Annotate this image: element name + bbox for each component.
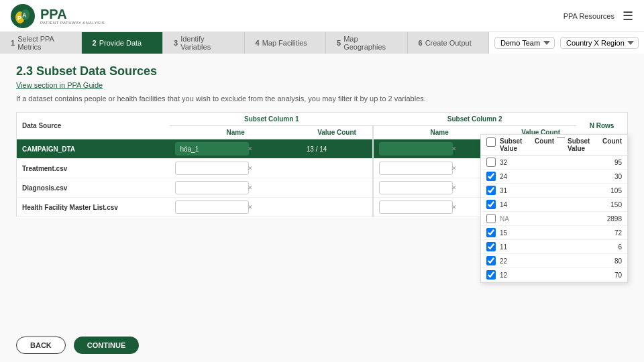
cell-source: Treatment.csv bbox=[17, 159, 170, 178]
overlay-row-check[interactable] bbox=[486, 214, 496, 223]
app-header: P A PPA PATIENT PATHWAY ANALYSIS PPA Res… bbox=[0, 0, 644, 32]
overlay-row-value: 32 bbox=[500, 159, 595, 166]
col-datasource-header: Data Source bbox=[17, 113, 170, 139]
name2-clear-icon[interactable]: ✕ bbox=[451, 184, 457, 191]
menu-icon[interactable]: ☰ bbox=[623, 9, 633, 23]
page-description: If a dataset contains people or health f… bbox=[16, 95, 628, 103]
continue-button[interactable]: CONTINUE bbox=[74, 337, 139, 354]
overlay-row-count: 150 bbox=[595, 201, 622, 208]
name2-input-wrapper: ✕ bbox=[379, 142, 460, 156]
col1-header: Subset Column 1 bbox=[170, 113, 373, 126]
overlay-row-value: 22 bbox=[500, 257, 595, 265]
step-4-num: 4 bbox=[256, 39, 260, 47]
overlay-header: Subset Value Count Subset Value Count bbox=[481, 135, 627, 156]
name1-input[interactable] bbox=[175, 181, 249, 194]
logo-icon: P A bbox=[11, 4, 35, 28]
overlay-row[interactable]: 12 70 bbox=[481, 268, 627, 282]
overlay-row-check[interactable] bbox=[486, 186, 496, 195]
name2-input[interactable] bbox=[379, 142, 453, 156]
col-name1-header: Name bbox=[170, 126, 301, 139]
step-3[interactable]: 3 Identify Variables bbox=[163, 32, 245, 54]
name2-input-wrapper: ✕ bbox=[379, 181, 460, 194]
step-5[interactable]: 5 Map Geographies bbox=[326, 32, 408, 54]
overlay-row-value: 14 bbox=[500, 201, 595, 208]
svg-text:A: A bbox=[22, 12, 27, 19]
name1-clear-icon[interactable]: ✕ bbox=[248, 145, 253, 152]
cell-vc1 bbox=[301, 159, 373, 178]
overlay-row-count: 2898 bbox=[595, 215, 622, 223]
name1-input[interactable] bbox=[175, 162, 249, 175]
logo-name: PPA bbox=[40, 7, 105, 21]
team-select[interactable]: Demo Team bbox=[494, 37, 555, 49]
name2-input[interactable] bbox=[379, 181, 453, 194]
name1-clear-icon[interactable]: ✕ bbox=[248, 204, 253, 210]
step-1[interactable]: 1 Select PPA Metrics bbox=[0, 32, 82, 54]
name2-input[interactable] bbox=[379, 162, 453, 175]
cell-source: Diagnosis.csv bbox=[17, 178, 170, 198]
overlay-row-value: 24 bbox=[500, 173, 595, 180]
overlay-col-value: Subset Value bbox=[500, 137, 535, 152]
overlay-row-value: 12 bbox=[500, 272, 595, 279]
overlay-row[interactable]: 14 150 bbox=[481, 198, 627, 212]
name1-input-wrapper: ✕ bbox=[175, 181, 256, 194]
overlay-row-check[interactable] bbox=[486, 200, 496, 209]
overlay-row-value: 11 bbox=[500, 243, 595, 251]
overlay-row-check[interactable] bbox=[486, 228, 496, 237]
overlay-row-check[interactable] bbox=[486, 242, 496, 251]
name2-clear-icon[interactable]: ✕ bbox=[451, 165, 457, 172]
step-6[interactable]: 6 Create Output bbox=[408, 32, 490, 54]
cell-name1[interactable]: ✕ bbox=[170, 159, 301, 178]
col2-header: Subset Column 2 bbox=[373, 113, 576, 126]
overlay-row-count: 95 bbox=[595, 159, 622, 166]
bottom-bar: BACK CONTINUE bbox=[0, 328, 644, 362]
progress-bar: 1 Select PPA Metrics 2 Provide Data 3 Id… bbox=[0, 32, 644, 54]
name1-input[interactable] bbox=[175, 200, 249, 214]
overlay-row[interactable]: 15 72 bbox=[481, 226, 627, 240]
step-6-label: Create Output bbox=[425, 39, 472, 47]
overlay-row-value: NA bbox=[500, 215, 595, 223]
overlay-row-check[interactable] bbox=[486, 172, 496, 181]
overlay-row-count: 6 bbox=[595, 243, 622, 251]
overlay-row-value: 31 bbox=[500, 187, 595, 194]
cell-name1[interactable]: ✕ bbox=[170, 178, 301, 198]
name2-clear-icon[interactable]: ✕ bbox=[451, 204, 457, 210]
name1-input[interactable] bbox=[175, 142, 249, 156]
cell-name1[interactable]: ✕ bbox=[170, 139, 301, 159]
name1-clear-icon[interactable]: ✕ bbox=[248, 184, 253, 191]
back-button[interactable]: BACK bbox=[16, 337, 66, 354]
guide-link[interactable]: View section in PPA Guide bbox=[16, 81, 628, 89]
step-5-num: 5 bbox=[337, 39, 341, 47]
overlay-row-count: 72 bbox=[595, 229, 622, 237]
overlay-row-check[interactable] bbox=[486, 256, 496, 265]
overlay-row[interactable]: 31 105 bbox=[481, 184, 627, 198]
overlay-row[interactable]: 32 95 bbox=[481, 156, 627, 170]
main-content: 2.3 Subset Data Sources View section in … bbox=[0, 54, 644, 362]
page-title: 2.3 Subset Data Sources bbox=[16, 64, 628, 78]
overlay-row-check[interactable] bbox=[486, 270, 496, 280]
name1-clear-icon[interactable]: ✕ bbox=[248, 165, 253, 172]
overlay-row[interactable]: 24 30 bbox=[481, 170, 627, 184]
step-4[interactable]: 4 Map Facilities bbox=[245, 32, 327, 54]
name2-input-wrapper: ✕ bbox=[379, 162, 460, 175]
region-select[interactable]: Country X Region bbox=[560, 37, 639, 49]
step-3-label: Identify Variables bbox=[180, 35, 233, 51]
overlay-row-check[interactable] bbox=[486, 158, 496, 167]
overlay-row[interactable]: 22 80 bbox=[481, 254, 627, 268]
overlay-col-value2: Subset Value bbox=[568, 137, 602, 152]
overlay-row[interactable]: 11 6 bbox=[481, 240, 627, 254]
overlay-row-count: 30 bbox=[595, 173, 622, 180]
overlay-row-count: 80 bbox=[595, 257, 622, 265]
step-2[interactable]: 2 Provide Data bbox=[82, 32, 164, 54]
overlay-select-all[interactable] bbox=[486, 137, 496, 147]
col-valuecount1-header: Value Count bbox=[301, 126, 373, 139]
overlay-row[interactable]: NA 2898 bbox=[481, 212, 627, 226]
ppa-resources-link[interactable]: PPA Resources bbox=[564, 12, 614, 20]
name2-input-wrapper: ✕ bbox=[379, 200, 460, 214]
name2-clear-icon[interactable]: ✕ bbox=[451, 145, 457, 152]
name2-input[interactable] bbox=[379, 200, 453, 214]
step-4-label: Map Facilities bbox=[262, 39, 307, 47]
step-1-label: Select PPA Metrics bbox=[17, 35, 70, 51]
overlay-row-count: 70 bbox=[595, 272, 622, 279]
cell-name1[interactable]: ✕ bbox=[170, 198, 301, 217]
name1-input-wrapper: ✕ bbox=[175, 142, 256, 156]
